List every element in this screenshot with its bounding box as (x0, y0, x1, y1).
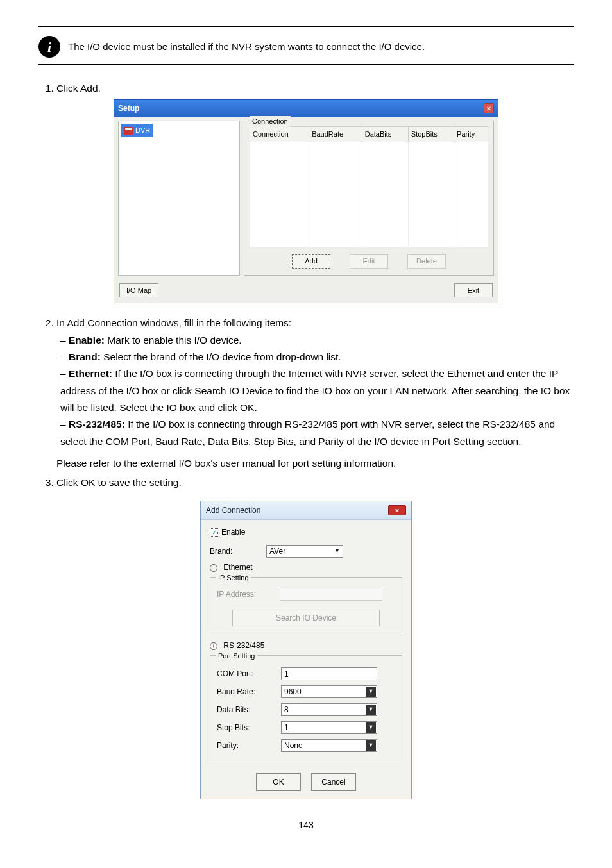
tree-node-dvr[interactable]: DVR (121, 124, 153, 137)
close-icon[interactable]: × (484, 103, 494, 113)
search-io-device-button: Search IO Device (232, 610, 380, 626)
sub-rs-desc2: Please refer to the external I/O box's u… (56, 455, 574, 472)
rs232485-radio[interactable] (210, 642, 217, 650)
brand-select[interactable]: AVer ▼ (266, 545, 343, 558)
setup-title: Setup (118, 103, 139, 114)
col-databits[interactable]: DataBits (362, 127, 408, 142)
info-note: The I/O device must be installed if the … (68, 36, 425, 54)
sub-ethernet-label: Ethernet: (69, 368, 112, 379)
chevron-down-icon: ▼ (366, 687, 376, 697)
add-connection-title: Add Connection (206, 505, 260, 516)
step-3: Click OK to save the setting. (56, 474, 574, 491)
ip-setting-legend: IP Setting (216, 572, 251, 583)
sub-ethernet-desc: If the I/O box is connecting through the… (60, 368, 570, 413)
ip-address-field (280, 588, 382, 601)
enable-label: Enable (221, 526, 245, 538)
chevron-down-icon: ▼ (366, 740, 376, 751)
cancel-button[interactable]: Cancel (311, 773, 356, 791)
parity-select[interactable]: None ▼ (281, 739, 377, 752)
tree-panel: DVR (118, 121, 240, 276)
tree-node-label: DVR (135, 125, 150, 136)
ip-address-label: IP Address: (217, 588, 275, 600)
com-port-field[interactable]: 1 (281, 667, 377, 680)
sub-rs-label: RS-232/485: (69, 419, 125, 430)
add-connection-window: Add Connection × ✓ Enable Brand: AVer ▼ (200, 501, 412, 799)
edit-button[interactable]: Edit (350, 254, 388, 269)
baud-rate-label: Baud Rate: (217, 686, 281, 697)
chevron-down-icon: ▼ (366, 705, 376, 715)
rs232485-option-label: RS-232/485 (223, 641, 264, 650)
baud-rate-select[interactable]: 9600 ▼ (281, 685, 377, 698)
col-stopbits[interactable]: StopBits (408, 127, 454, 142)
chevron-down-icon: ▼ (366, 722, 376, 733)
connection-table: Connection BaudRate DataBits StopBits Pa… (250, 126, 488, 247)
exit-button[interactable]: Exit (454, 283, 493, 298)
data-bits-select[interactable]: 8 ▼ (281, 703, 377, 716)
sub-enable-label: Enable: (69, 335, 105, 346)
sub-enable-desc: Mark to enable this I/O device. (107, 335, 241, 346)
dvr-icon (124, 127, 133, 135)
brand-label: Brand: (210, 546, 261, 557)
info-icon: i (38, 36, 60, 58)
col-parity[interactable]: Parity (454, 127, 488, 142)
close-icon[interactable]: × (388, 505, 406, 515)
connection-group-label: Connection (250, 116, 291, 127)
stop-bits-select[interactable]: 1 ▼ (281, 721, 377, 734)
io-map-button[interactable]: I/O Map (119, 283, 158, 298)
page-number: 143 (38, 819, 574, 832)
data-bits-label: Data Bits: (217, 704, 281, 715)
sub-brand-desc: Select the brand of the I/O device from … (103, 351, 341, 362)
stop-bits-label: Stop Bits: (217, 722, 281, 733)
ethernet-radio[interactable] (210, 564, 217, 572)
step-1: Click Add. (56, 80, 574, 97)
step-2: In Add Connection windows, fill in the f… (56, 315, 574, 472)
add-button[interactable]: Add (292, 254, 330, 269)
port-setting-legend: Port Setting (216, 651, 257, 662)
chevron-down-icon: ▼ (334, 547, 340, 556)
col-baudrate[interactable]: BaudRate (309, 127, 362, 142)
com-port-label: COM Port: (217, 668, 281, 680)
col-connection[interactable]: Connection (250, 127, 309, 142)
ok-button[interactable]: OK (256, 773, 301, 791)
sub-rs-desc1: If the I/O box is connecting through RS-… (60, 419, 555, 446)
setup-window: Setup × DVR Connection (114, 99, 498, 303)
parity-label: Parity: (217, 740, 281, 751)
enable-checkbox[interactable]: ✓ (210, 528, 218, 537)
sub-brand-label: Brand: (69, 351, 101, 362)
delete-button[interactable]: Delete (407, 254, 446, 269)
ethernet-option-label: Ethernet (223, 563, 252, 572)
